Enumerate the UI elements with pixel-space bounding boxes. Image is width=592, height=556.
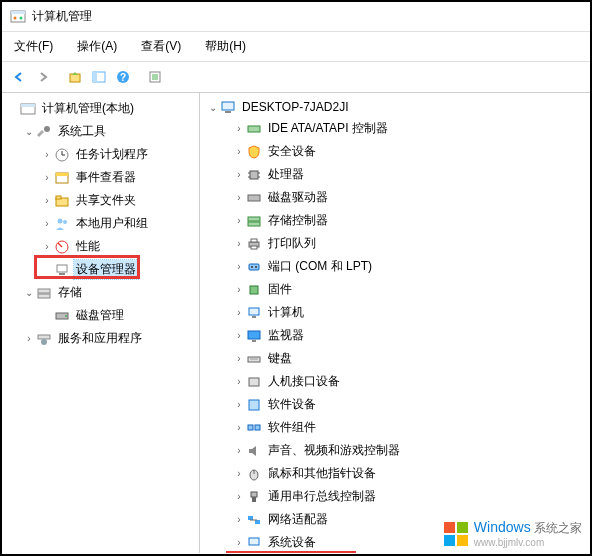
hid-icon [246,374,262,390]
system-dev-icon [246,535,262,551]
svg-text:?: ? [120,72,126,83]
network-icon [246,512,262,528]
svg-rect-66 [252,497,256,502]
tree-services-apps[interactable]: › 服务和应用程序 [4,327,197,350]
back-button[interactable] [8,66,30,88]
cpu-icon [246,167,262,183]
up-button[interactable] [64,66,86,88]
menu-view[interactable]: 查看(V) [137,36,185,57]
device-system[interactable]: › 系统设备 [202,531,588,553]
svg-point-3 [20,16,23,19]
chevron-right-icon[interactable]: › [232,237,246,251]
storage-ctrl-icon [246,213,262,229]
svg-rect-53 [249,308,259,315]
device-computers[interactable]: › 计算机 [202,301,588,324]
chevron-right-icon[interactable]: › [232,513,246,527]
device-sound[interactable]: › 声音、视频和游戏控制器 [202,439,588,462]
svg-rect-47 [251,239,257,242]
chevron-right-icon[interactable]: › [22,332,36,346]
help-button[interactable]: ? [112,66,134,88]
device-mice[interactable]: › 鼠标和其他指针设备 [202,462,588,485]
device-monitors[interactable]: › 监视器 [202,324,588,347]
menu-file[interactable]: 文件(F) [10,36,57,57]
device-network[interactable]: › 网络适配器 [202,508,588,531]
chevron-right-icon[interactable]: › [40,217,54,231]
device-hid[interactable]: › 人机接口设备 [202,370,588,393]
tree-task-scheduler[interactable]: › 任务计划程序 [4,143,197,166]
menu-action[interactable]: 操作(A) [73,36,121,57]
tree-shared-folders[interactable]: › 共享文件夹 [4,189,197,212]
device-firmware[interactable]: › 固件 [202,278,588,301]
tree-storage[interactable]: ⌄ 存储 [4,281,197,304]
chevron-right-icon[interactable]: › [232,536,246,550]
chevron-right-icon[interactable]: › [232,329,246,343]
chevron-right-icon[interactable]: › [232,398,246,412]
firmware-icon [246,282,262,298]
chevron-down-icon[interactable]: ⌄ [22,286,36,300]
chevron-right-icon[interactable]: › [232,260,246,274]
chevron-right-icon[interactable]: › [40,171,54,185]
computer-mgmt-icon [20,101,36,117]
chevron-right-icon[interactable]: › [40,240,54,254]
device-usb[interactable]: › 通用串行总线控制器 [202,485,588,508]
expander-icon[interactable] [6,102,20,116]
users-icon [54,216,70,232]
svg-rect-70 [249,538,259,545]
chevron-right-icon[interactable]: › [232,122,246,136]
svg-rect-60 [249,400,259,410]
device-storage-controllers[interactable]: › 存储控制器 [202,209,588,232]
chevron-right-icon[interactable]: › [232,421,246,435]
tree-local-users[interactable]: › 本地用户和组 [4,212,197,235]
device-disk-drives[interactable]: › 磁盘驱动器 [202,186,588,209]
tree-root-computer-mgmt[interactable]: 计算机管理(本地) [4,97,197,120]
tree-disk-management[interactable]: 磁盘管理 [4,304,197,327]
device-software-components[interactable]: › 软件组件 [202,416,588,439]
svg-rect-55 [248,331,260,339]
chevron-right-icon[interactable]: › [40,194,54,208]
chevron-right-icon[interactable]: › [232,214,246,228]
device-processors[interactable]: › 处理器 [202,163,588,186]
tree-performance[interactable]: › 性能 [4,235,197,258]
device-ide[interactable]: › IDE ATA/ATAPI 控制器 [202,117,588,140]
tree-event-viewer[interactable]: › 事件查看器 [4,166,197,189]
chevron-down-icon[interactable]: ⌄ [22,125,36,139]
device-security[interactable]: › 安全设备 [202,140,588,163]
chevron-right-icon[interactable]: › [232,168,246,182]
svg-rect-30 [38,294,50,298]
svg-rect-33 [38,335,50,339]
menu-help[interactable]: 帮助(H) [201,36,250,57]
svg-rect-54 [252,316,256,318]
chevron-right-icon[interactable]: › [232,145,246,159]
show-hide-tree-button[interactable] [88,66,110,88]
chevron-right-icon[interactable]: › [232,467,246,481]
device-keyboards[interactable]: › 键盘 [202,347,588,370]
svg-point-34 [41,339,47,345]
device-software-devices[interactable]: › 软件设备 [202,393,588,416]
svg-rect-38 [250,171,258,179]
performance-icon [54,239,70,255]
titlebar: 计算机管理 [2,2,590,32]
svg-point-51 [255,266,257,268]
chevron-right-icon[interactable]: › [232,490,246,504]
disk-drive-icon [246,190,262,206]
svg-rect-22 [56,196,61,199]
device-ports[interactable]: › 端口 (COM 和 LPT) [202,255,588,278]
properties-button[interactable] [144,66,166,88]
svg-rect-65 [251,492,257,497]
chevron-down-icon[interactable]: ⌄ [206,100,220,114]
chevron-right-icon[interactable]: › [232,352,246,366]
tree-system-tools[interactable]: ⌄ 系统工具 [4,120,197,143]
chevron-right-icon[interactable]: › [40,148,54,162]
chevron-right-icon[interactable]: › [232,283,246,297]
device-root-computer[interactable]: ⌄ DESKTOP-7JAD2JI [202,97,588,117]
svg-rect-1 [11,11,25,14]
chevron-right-icon[interactable]: › [232,375,246,389]
svg-point-15 [44,126,50,132]
chevron-right-icon[interactable]: › [232,191,246,205]
main-content: 计算机管理(本地) ⌄ 系统工具 › 任务计划程序 › 事件查看器 › 共享文件… [2,93,590,553]
forward-button[interactable] [32,66,54,88]
device-print-queues[interactable]: › 打印队列 [202,232,588,255]
tree-device-manager[interactable]: 设备管理器 [4,258,197,281]
chevron-right-icon[interactable]: › [232,444,246,458]
chevron-right-icon[interactable]: › [232,306,246,320]
